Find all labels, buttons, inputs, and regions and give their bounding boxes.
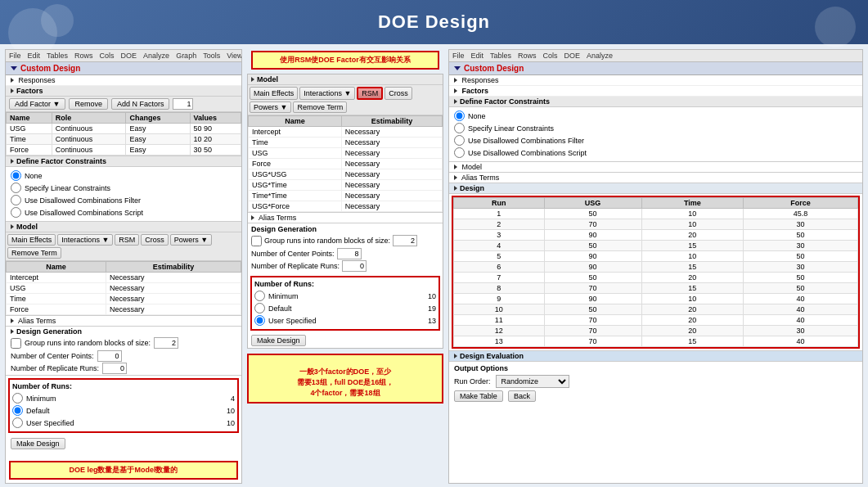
group-runs-checkbox[interactable] bbox=[11, 338, 21, 349]
r-menu-doe[interactable]: DOE bbox=[564, 52, 581, 60]
r-menu-tables[interactable]: Tables bbox=[490, 52, 511, 60]
menu-graph[interactable]: Graph bbox=[176, 52, 196, 60]
model-row-mid: ForceNecessary bbox=[249, 159, 443, 169]
right-responses-label: Responses bbox=[462, 76, 499, 84]
eval-options: Output Options Run Order: Randomize Sequ… bbox=[449, 362, 862, 404]
center-points-input[interactable] bbox=[97, 350, 122, 362]
make-design-left: Make Design bbox=[6, 435, 241, 452]
interactions-mid[interactable]: Interactions ▼ bbox=[299, 87, 355, 100]
center-mid-input[interactable] bbox=[337, 248, 362, 259]
model-row-mid: USG*ForceNecessary bbox=[249, 201, 443, 212]
make-design-btn-mid[interactable]: Make Design bbox=[251, 335, 306, 346]
right-constraints-header: Define Factor Constraints bbox=[449, 97, 862, 107]
design-table: Run USG Time Force 1501045.8270103039020… bbox=[453, 197, 858, 347]
group-runs-mid-label: Group runs into random blocks of size: bbox=[264, 237, 390, 245]
menu-doe[interactable]: DOE bbox=[121, 52, 137, 60]
deco-circle-3 bbox=[815, 7, 856, 47]
menu-tools[interactable]: Tools bbox=[203, 52, 220, 60]
interactions-btn[interactable]: Interactions ▼ bbox=[57, 234, 113, 246]
main-effects-btn[interactable]: Main Effects bbox=[7, 234, 56, 246]
factors-header: Factors bbox=[6, 86, 241, 97]
cross-mid[interactable]: Cross bbox=[385, 87, 412, 100]
alias-terms-left: Alias Terms bbox=[6, 315, 241, 327]
menu-tables[interactable]: Tables bbox=[47, 52, 68, 60]
r-menu-cols[interactable]: Cols bbox=[543, 52, 558, 60]
model-table-left: NameEstimability InterceptNecessaryUSGNe… bbox=[6, 261, 241, 315]
page-title: DOE Design bbox=[0, 0, 868, 44]
radio-none[interactable]: None bbox=[11, 169, 236, 182]
run-order-select[interactable]: Randomize Sequential bbox=[496, 375, 569, 388]
center-points-mid-row: Number of Center Points: bbox=[251, 248, 439, 259]
replicate-mid-input[interactable] bbox=[342, 260, 367, 272]
design-eval-header: Design Evaluation bbox=[449, 350, 862, 362]
right-custom-design-header[interactable]: Custom Design bbox=[449, 62, 862, 75]
factor-row: ForceContinuousEasy30 50 bbox=[7, 145, 241, 156]
make-table-btn[interactable]: Make Table bbox=[454, 390, 503, 402]
default-runs-row[interactable]: Default10 bbox=[12, 404, 235, 417]
title-text: DOE Design bbox=[378, 11, 490, 32]
powers-btn[interactable]: Powers ▼ bbox=[170, 234, 212, 246]
group-runs-mid-cb[interactable] bbox=[251, 236, 262, 246]
right-alias-icon bbox=[454, 175, 457, 180]
r-menu-file[interactable]: File bbox=[452, 52, 465, 60]
group-runs-row: Group runs into random blocks of size: bbox=[11, 337, 236, 349]
model-row-mid: USG*TimeNecessary bbox=[249, 180, 443, 191]
remove-term-mid[interactable]: Remove Term bbox=[293, 101, 347, 113]
rsm-btn[interactable]: RSM bbox=[115, 234, 139, 246]
n-factors-input[interactable] bbox=[173, 98, 193, 110]
block-size-input[interactable] bbox=[154, 337, 178, 349]
right-menu: File Edit Tables Rows Cols DOE Analyze bbox=[449, 50, 862, 62]
right-expand-icon bbox=[454, 66, 461, 70]
menu-view[interactable]: View bbox=[227, 52, 242, 60]
group-runs-mid: Group runs into random blocks of size: bbox=[251, 235, 439, 246]
deco-circle-2 bbox=[41, 4, 74, 37]
menu-cols[interactable]: Cols bbox=[100, 52, 115, 60]
add-factor-btn[interactable]: Add Factor ▼ bbox=[9, 98, 65, 110]
constraints-header: Define Factor Constraints bbox=[6, 156, 241, 167]
responses-icon bbox=[11, 78, 14, 83]
radio-disallowed-filter[interactable]: Use Disallowed Combinations Filter bbox=[11, 194, 236, 206]
make-design-btn-left[interactable]: Make Design bbox=[11, 438, 65, 449]
menu-edit[interactable]: Edit bbox=[28, 52, 41, 60]
remove-btn[interactable]: Remove bbox=[69, 98, 108, 110]
r-menu-rows[interactable]: Rows bbox=[518, 52, 537, 60]
design-row: 8701550 bbox=[454, 283, 858, 294]
cross-btn[interactable]: Cross bbox=[141, 234, 169, 246]
powers-mid[interactable]: Powers ▼ bbox=[250, 101, 291, 113]
radio-disallowed-script[interactable]: Use Disallowed Combinations Script bbox=[11, 206, 236, 219]
design-row: 1501045.8 bbox=[454, 209, 858, 219]
num-runs-section: Number of Runs: Minimum4 Default10 User … bbox=[8, 378, 239, 433]
rsm-mid[interactable]: RSM bbox=[357, 87, 383, 100]
factor-row: USGContinuousEasy50 90 bbox=[7, 124, 241, 134]
r-menu-edit[interactable]: Edit bbox=[471, 52, 484, 60]
add-n-factors-btn[interactable]: Add N Factors bbox=[111, 98, 170, 110]
right-constraints-options: None Specify Linear Constraints Use Disa… bbox=[449, 107, 862, 161]
main-effects-mid[interactable]: Main Effects bbox=[250, 87, 298, 100]
expand-icon bbox=[11, 66, 17, 70]
center-points-row: Number of Center Points: bbox=[11, 350, 236, 362]
custom-design-header[interactable]: Custom Design bbox=[6, 62, 241, 75]
radio-linear[interactable]: Specify Linear Constraints bbox=[11, 182, 236, 194]
min-runs-row[interactable]: Minimum4 bbox=[12, 392, 235, 404]
factors-table: Name Role Changes Values USGContinuousEa… bbox=[6, 112, 241, 156]
remove-term-btn[interactable]: Remove Term bbox=[7, 247, 61, 259]
menu-analyze[interactable]: Analyze bbox=[143, 52, 169, 60]
factor-row: TimeContinuousEasy10 20 bbox=[7, 134, 241, 145]
eval-buttons: Make Table Back bbox=[454, 390, 857, 402]
make-design-mid: Make Design bbox=[248, 333, 443, 348]
back-btn[interactable]: Back bbox=[508, 390, 536, 402]
menu-file[interactable]: File bbox=[9, 52, 21, 60]
right-model: Model bbox=[449, 161, 862, 173]
alias-mid-icon bbox=[251, 215, 254, 220]
design-gen-left: Design Generation Group runs into random… bbox=[6, 327, 241, 376]
right-alias-label: Alias Terms bbox=[461, 174, 499, 182]
right-custom-design-label: Custom Design bbox=[464, 64, 524, 73]
block-size-mid[interactable] bbox=[393, 235, 417, 246]
menu-rows[interactable]: Rows bbox=[74, 52, 93, 60]
user-runs-row[interactable]: User Specified10 bbox=[12, 417, 235, 429]
rsm-annotation-text: 使用RSM使DOE Factor有交互影响关系 bbox=[280, 56, 411, 64]
r-menu-analyze[interactable]: Analyze bbox=[587, 52, 613, 60]
replicate-runs-input[interactable] bbox=[102, 363, 127, 374]
design-header: Design bbox=[449, 183, 862, 194]
right-factors: Factors bbox=[449, 86, 862, 97]
